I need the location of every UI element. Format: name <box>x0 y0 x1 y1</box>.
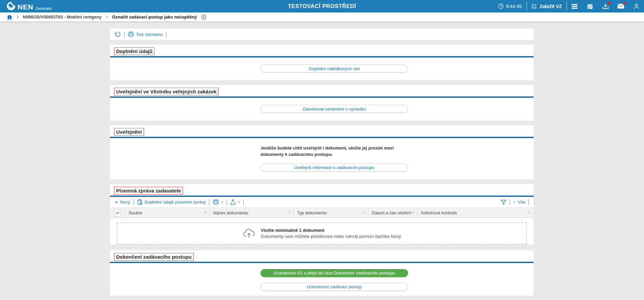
column-label: Soubor <box>129 210 143 215</box>
column-header-typ-dokumentu[interactable]: Typ dokumentu ▽ <box>294 208 368 218</box>
clipboard-gear-icon <box>137 199 143 205</box>
uverejnit-informace-button[interactable]: Uveřejnit informace o zadávacím postupu <box>260 164 408 172</box>
nen-logo-icon <box>7 2 15 10</box>
section-title-dokonceni: Dokončení zadávacího postupu <box>114 253 194 261</box>
chevron-right-icon <box>106 15 108 19</box>
section-title-uverejneni: Uveřejnění <box>114 128 144 136</box>
page-background: Tisk záznamu Doplnění údajů Doplnění nab… <box>0 22 644 296</box>
downloads-badge <box>607 2 610 5</box>
home-icon[interactable] <box>7 14 12 20</box>
fill-written-report-button[interactable]: Doplnění údajů písemné zprávy <box>137 199 206 205</box>
printer-icon <box>128 32 134 37</box>
toolbar-separator <box>243 199 244 205</box>
fill-written-report-label: Doplnění údajů písemné zprávy <box>145 200 206 205</box>
section-uverejneni: Uveřejnění Jestliže budete chtít uveřejn… <box>110 125 534 179</box>
doplneni-nabidkovych-cen-button[interactable]: Doplnění nabídkových cen <box>260 65 408 73</box>
column-filter-icon[interactable]: ▽ <box>363 211 365 214</box>
document-dropzone[interactable]: Vložte minimálně 1 dokument Dokumenty se… <box>117 222 527 245</box>
create-vz-label: Založit VZ <box>540 4 562 9</box>
uzamknout-zadavaci-postup-button[interactable]: Uzamknout zadávací postup <box>260 283 408 291</box>
new-document-label: Nový <box>120 200 130 205</box>
column-header-antivirova-kontrola[interactable]: Antivirová kontrola ▽ <box>417 208 533 218</box>
column-label: Datum a čas vložení <box>372 210 411 215</box>
section-title-pisemna-zprava: Písemná zpráva zadavatele <box>114 187 183 195</box>
section-dokonceni: Dokončení zadávacího postupu Uzamknout V… <box>110 250 534 296</box>
column-filter-icon[interactable]: ▽ <box>288 211 291 214</box>
column-label: Název dokumentu <box>213 210 248 215</box>
mail-icon[interactable] <box>613 0 629 12</box>
logo-subtext: Zadavatel <box>35 6 51 10</box>
breadcrumb-item-procedure[interactable]: N006/25/V00003783 - Mobilní rentgeny <box>23 14 102 19</box>
app-logo[interactable]: NEN Zadavatel <box>0 0 52 12</box>
export-menu-button[interactable]: ▽ <box>230 199 240 205</box>
clock-icon <box>498 3 504 9</box>
column-filter-icon[interactable]: ▽ <box>204 211 207 214</box>
section-vestnik: Uveřejnění ve Věstníku veřejných zakázek… <box>110 85 534 121</box>
filter-all-label: Vše <box>518 200 525 205</box>
column-label: Antivirová kontrola <box>421 210 457 215</box>
cloud-upload-icon <box>243 228 255 239</box>
filter-button[interactable] <box>501 200 506 205</box>
compose-icon <box>532 3 537 9</box>
toolbar-separator <box>227 199 227 205</box>
printer-icon <box>213 199 219 205</box>
zaevidovat-oznameni-button[interactable]: Zaevidovat oznámení o výsledku <box>260 105 408 113</box>
app-header: NEN Zadavatel TESTOVACÍ PROSTŘEDÍ 8:44:4… <box>0 0 644 12</box>
toolbar-separator <box>166 32 166 37</box>
column-header-nazev-dokumentu[interactable]: Název dokumentu ▽ <box>210 208 294 218</box>
mail-badge <box>623 2 626 5</box>
column-filter-icon[interactable]: ▽ <box>528 211 531 214</box>
dropdown-triangle-icon: ▽ <box>238 201 240 204</box>
downloads-tray-icon[interactable] <box>598 0 613 12</box>
breadcrumb-item-current: Označit zadávací postup jako neúspěšný <box>112 14 197 19</box>
new-document-button[interactable]: + Nový <box>115 200 130 205</box>
section-title-doplneni-udaju: Doplnění údajů <box>114 47 154 55</box>
toolbar-separator <box>510 199 510 205</box>
export-icon <box>230 199 236 205</box>
clock-time: 8:44:45 <box>506 4 522 9</box>
breadcrumb: N006/25/V00003783 - Mobilní rentgeny Ozn… <box>0 12 644 22</box>
column-label: Typ dokumentu <box>297 210 327 215</box>
calendar-icon[interactable] <box>582 0 598 12</box>
column-header-soubor[interactable]: Soubor ▽ <box>125 208 210 218</box>
column-settings-button[interactable]: ⇄ <box>110 208 125 218</box>
hamburger-menu-icon[interactable] <box>567 0 582 12</box>
plus-icon: + <box>115 200 118 205</box>
uzamknout-vz-prejit-faze-button[interactable]: Uzamknout VZ a přejít do fáze Dokončení … <box>260 269 408 277</box>
column-header-datum-vlozeni[interactable]: Datum a čas vložení ▽ <box>368 208 417 218</box>
record-toolbar: Tisk záznamu <box>110 29 534 40</box>
toolbar-separator <box>124 32 125 37</box>
print-menu-button[interactable]: ▽ <box>213 199 223 205</box>
filter-all-button[interactable]: ▽ Vše <box>513 200 525 205</box>
user-icon[interactable] <box>629 0 644 12</box>
uverejneni-note: Jestliže budete chtít uveřejnit i dokume… <box>260 145 411 158</box>
clock-display: 8:44:45 <box>493 0 527 12</box>
column-filter-icon[interactable]: ▽ <box>412 211 414 214</box>
section-title-vestnik: Uveřejnění ve Věstníku veřejných zakázek <box>114 88 218 95</box>
logo-text: NEN <box>17 3 33 11</box>
documents-table-header: ⇄ Soubor ▽ Název dokumentu ▽ Typ dokumen… <box>110 208 533 218</box>
close-tab-icon[interactable] <box>201 14 206 20</box>
documents-toolbar: + Nový Doplnění údajů písemné zprávy ▽ <box>110 197 534 208</box>
dropzone-subtitle: Dokumenty sem můžete přetáhnout nebo nah… <box>261 234 401 239</box>
dropdown-triangle-icon: ▽ <box>513 201 516 204</box>
chevron-right-icon <box>16 15 19 19</box>
print-record-label: Tisk záznamu <box>136 32 163 37</box>
column-settings-icon: ⇄ <box>114 209 121 216</box>
dropdown-triangle-icon: ▽ <box>221 201 223 204</box>
toolbar-separator <box>529 199 529 205</box>
section-pisemna-zprava: Písemná zpráva zadavatele + Nový Doplněn… <box>110 184 534 245</box>
refresh-button[interactable] <box>115 31 121 37</box>
toolbar-separator <box>209 199 209 205</box>
dropzone-title: Vložte minimálně 1 dokument <box>261 228 401 233</box>
print-record-button[interactable]: Tisk záznamu <box>128 32 163 37</box>
create-vz-button[interactable]: Založit VZ <box>527 0 566 12</box>
section-doplneni-udaju: Doplnění údajů Doplnění nabídkových cen <box>110 45 534 80</box>
toolbar-separator <box>134 199 134 205</box>
